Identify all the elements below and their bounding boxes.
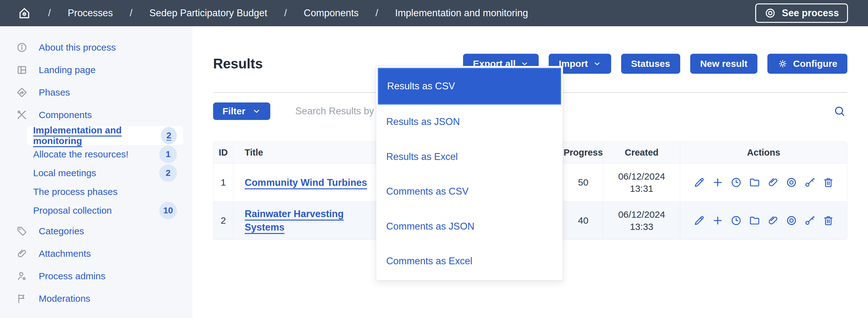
row-id: 1 (213, 164, 234, 202)
new-result-label: New result (700, 58, 748, 69)
column-header-id: ID (213, 142, 234, 164)
filter-label: Filter (222, 106, 245, 117)
subitem-label: Implementation and monitoring (33, 125, 161, 146)
sidebar-item-label: Phases (39, 87, 70, 98)
delete-trash-icon[interactable] (823, 215, 834, 226)
count-badge: 2 (161, 127, 177, 144)
phases-diamond-arrow-icon (16, 87, 28, 98)
configure-button[interactable]: Configure (767, 54, 847, 74)
history-clock-icon[interactable] (730, 177, 742, 188)
column-header-created: Created (603, 142, 680, 164)
import-label: Import (559, 58, 588, 69)
topbar: / Processes / Sedep Participatory Budget… (0, 0, 868, 26)
user-gear-icon (16, 271, 28, 282)
menu-item-results-as-excel[interactable]: Results as Excel (378, 139, 561, 174)
breadcrumb-item-components[interactable]: Components (304, 7, 359, 19)
menu-item-comments-as-json[interactable]: Comments as JSON (378, 209, 561, 244)
breadcrumb-item-current[interactable]: Implementation and monitoring (395, 7, 528, 19)
breadcrumb-item-process-name[interactable]: Sedep Participatory Budget (149, 7, 267, 19)
edit-pencil-icon[interactable] (693, 177, 705, 188)
sidebar-item-components[interactable]: Components (0, 104, 192, 126)
folder-icon[interactable] (749, 215, 761, 226)
sidebar-item-label: About this process (39, 42, 116, 53)
sidebar-item-categories[interactable]: Categories (0, 220, 192, 243)
sidebar-item-landing-page[interactable]: Landing page (0, 59, 192, 81)
info-icon (16, 42, 28, 53)
breadcrumb-item-processes[interactable]: Processes (68, 7, 113, 19)
home-gear-icon[interactable] (18, 6, 31, 20)
statuses-label: Statuses (631, 58, 670, 69)
folder-icon[interactable] (749, 177, 761, 188)
subitem-label: The process phases (33, 187, 118, 197)
sidebar-subitem-the-process-phases[interactable]: The process phases (27, 183, 183, 201)
preview-eye-icon[interactable] (785, 177, 797, 188)
sidebar-item-moderations[interactable]: Moderations (0, 287, 192, 310)
sidebar-item-about[interactable]: About this process (0, 36, 192, 59)
sidebar-item-process-admins[interactable]: Process admins (0, 265, 192, 287)
menu-item-results-as-csv[interactable]: Results as CSV (378, 68, 561, 105)
edit-pencil-icon[interactable] (693, 215, 705, 226)
delete-trash-icon[interactable] (823, 177, 834, 188)
row-created: 06/12/2024 13:31 (603, 164, 680, 202)
created-time: 13:31 (618, 183, 665, 195)
sidebar-subitem-allocate-the-resources[interactable]: Allocate the resources! 1 (27, 145, 183, 164)
statuses-button[interactable]: Statuses (621, 54, 680, 74)
permissions-key-icon[interactable] (804, 215, 816, 226)
sidebar-item-label: Moderations (39, 293, 90, 304)
sidebar-subitem-local-meetings[interactable]: Local meetings 2 (27, 164, 183, 183)
subitem-label: Local meetings (33, 168, 96, 178)
crossed-tools-icon (16, 109, 28, 121)
layout-icon (16, 64, 28, 75)
sidebar-item-phases[interactable]: Phases (0, 81, 192, 104)
sidebar-item-attachments[interactable]: Attachments (0, 243, 192, 265)
filter-button[interactable]: Filter (213, 102, 270, 120)
created-time: 13:33 (618, 221, 665, 233)
attachment-paperclip-icon[interactable] (767, 215, 779, 226)
sidebar-item-label: Components (39, 109, 92, 120)
result-title-link[interactable]: Rainwater Harvesting Systems (245, 207, 373, 234)
search-icon[interactable] (832, 105, 847, 118)
result-title-link[interactable]: Community Wind Turbines (245, 176, 367, 189)
permissions-key-icon[interactable] (804, 177, 816, 188)
row-id: 2 (213, 202, 234, 240)
sidebar-item-label: Process admins (39, 271, 105, 282)
count-badge: 10 (159, 202, 177, 219)
add-plus-icon[interactable] (712, 215, 724, 226)
new-result-button[interactable]: New result (690, 54, 758, 74)
gear-icon (777, 58, 788, 69)
components-submenu: Implementation and monitoring 2 Allocate… (0, 126, 192, 220)
breadcrumb-separator: / (130, 7, 132, 19)
sidebar-item-label: Categories (39, 226, 84, 236)
count-badge: 1 (159, 146, 177, 163)
menu-item-comments-as-csv[interactable]: Comments as CSV (378, 174, 561, 209)
history-clock-icon[interactable] (730, 215, 742, 226)
page-title: Results (213, 56, 263, 71)
breadcrumb-separator: / (284, 7, 287, 19)
see-process-label: See process (782, 7, 839, 19)
row-created: 06/12/2024 13:33 (603, 202, 680, 240)
column-header-actions: Actions (680, 142, 847, 164)
sidebar-item-label: Attachments (39, 248, 91, 259)
export-all-dropdown: Results as CSV Results as JSON Results a… (376, 66, 563, 281)
tag-icon (16, 226, 28, 237)
chevron-down-icon (593, 60, 601, 68)
menu-item-comments-as-excel[interactable]: Comments as Excel (378, 244, 561, 279)
row-progress: 50 (563, 164, 603, 202)
main-panel: Results Export all Import Statuses New r… (192, 26, 868, 318)
sidebar: About this process Landing page Phases (0, 26, 192, 318)
attachment-paperclip-icon[interactable] (767, 177, 779, 188)
row-progress: 40 (563, 202, 603, 240)
eye-icon (764, 7, 776, 19)
sidebar-subitem-implementation-and-monitoring[interactable]: Implementation and monitoring 2 (27, 126, 183, 145)
paperclip-icon (16, 248, 28, 259)
sidebar-subitem-proposal-collection[interactable]: Proposal collection 10 (27, 201, 183, 220)
created-date: 06/12/2024 (618, 209, 665, 221)
chevron-down-icon (252, 107, 261, 116)
menu-item-results-as-json[interactable]: Results as JSON (378, 105, 561, 140)
breadcrumb-separator: / (376, 7, 378, 19)
see-process-button[interactable]: See process (755, 3, 848, 23)
breadcrumb: / Processes / Sedep Participatory Budget… (18, 6, 528, 20)
add-plus-icon[interactable] (712, 177, 724, 188)
configure-label: Configure (793, 58, 837, 69)
preview-eye-icon[interactable] (785, 215, 797, 226)
